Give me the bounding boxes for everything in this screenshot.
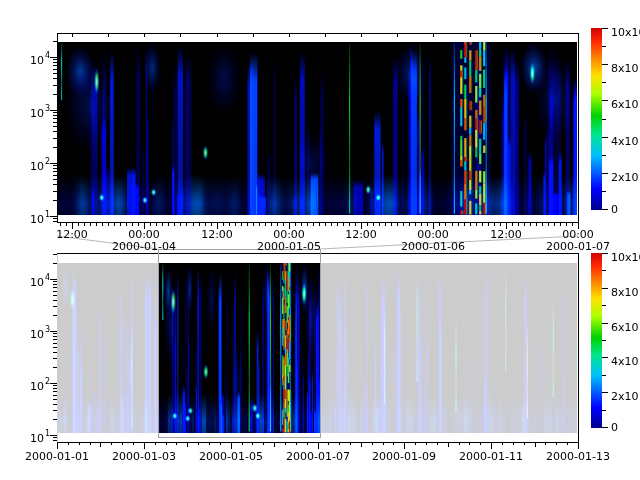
y-axis-minor-tick bbox=[53, 126, 57, 127]
x-axis-tick bbox=[307, 223, 308, 226]
y-axis-minor-tick bbox=[53, 73, 57, 74]
y-axis-major-tick bbox=[50, 216, 57, 217]
x-axis-tick bbox=[68, 443, 69, 445]
x-axis-tick-top bbox=[289, 34, 290, 37]
x-axis-tick bbox=[223, 223, 224, 226]
x-axis-tick bbox=[361, 443, 362, 447]
x-axis-tick bbox=[488, 223, 489, 226]
x-axis-tick bbox=[285, 443, 286, 445]
colorbar-tick bbox=[602, 191, 606, 192]
x-axis-tick bbox=[259, 223, 260, 226]
y-axis-minor-tick bbox=[53, 437, 57, 438]
x-axis-tick bbox=[319, 223, 320, 226]
x-tick-time-label: 12:00 bbox=[42, 228, 102, 241]
x-axis-tick bbox=[343, 223, 344, 226]
x-axis-tick bbox=[518, 223, 519, 226]
y-axis-minor-tick bbox=[53, 367, 57, 368]
x-axis-tick bbox=[126, 223, 127, 226]
x-axis-tick bbox=[211, 223, 212, 226]
y-axis-major-tick bbox=[50, 435, 57, 436]
y-axis-minor-tick bbox=[53, 168, 57, 169]
x-axis-tick bbox=[337, 223, 338, 226]
x-axis-tick bbox=[156, 223, 157, 226]
x-axis-tick bbox=[168, 223, 169, 226]
x-tick-date-label: 2000-01-06 bbox=[393, 240, 473, 253]
x-axis-tick bbox=[409, 223, 410, 226]
x-axis-tick bbox=[513, 443, 514, 445]
y-axis-minor-tick bbox=[53, 59, 57, 60]
x-axis-tick-top bbox=[253, 34, 254, 37]
x-axis-tick bbox=[111, 443, 112, 445]
x-axis-tick bbox=[313, 223, 314, 226]
x-axis-tick bbox=[205, 223, 206, 226]
x-axis-tick bbox=[229, 223, 230, 226]
y-axis-minor-tick bbox=[53, 115, 57, 116]
colorbar-tick bbox=[602, 375, 606, 376]
x-axis-tick bbox=[252, 443, 253, 445]
y-axis-minor-tick bbox=[53, 78, 57, 79]
y-axis-minor-tick bbox=[53, 419, 57, 420]
x-axis-tick bbox=[328, 443, 329, 445]
x-axis-tick bbox=[427, 223, 428, 226]
y-axis-minor-tick bbox=[53, 184, 57, 185]
colorbar-tick bbox=[602, 46, 606, 47]
x-tick-date-label: 2000-01-07 bbox=[538, 240, 618, 253]
colorbar-label: 0 bbox=[611, 203, 640, 216]
x-axis-tick bbox=[100, 443, 101, 447]
x-axis-tick bbox=[373, 223, 374, 226]
x-axis-tick bbox=[108, 223, 109, 226]
x-axis-tick bbox=[162, 223, 163, 226]
detail-colorbar bbox=[591, 28, 602, 210]
colorbar-tick bbox=[602, 82, 606, 83]
colorbar-label: 0 bbox=[611, 421, 640, 434]
x-axis-tick bbox=[482, 223, 483, 226]
x-axis-tick bbox=[176, 443, 177, 445]
x-axis-tick bbox=[133, 443, 134, 445]
colorbar-tick bbox=[602, 173, 608, 174]
x-axis-tick bbox=[235, 223, 236, 226]
x-axis-tick bbox=[535, 443, 536, 447]
colorbar-label: 4x107 bbox=[611, 131, 640, 144]
x-axis-tick bbox=[209, 443, 210, 445]
y-axis-minor-tick bbox=[53, 179, 57, 180]
x-tick-date-label: 2000-01-11 bbox=[451, 450, 531, 463]
x-axis-tick-top bbox=[72, 34, 73, 37]
x-axis-tick bbox=[120, 223, 121, 226]
x-axis-tick-top bbox=[397, 34, 398, 37]
colorbar-tick bbox=[602, 209, 608, 210]
x-axis-tick bbox=[96, 223, 97, 226]
y-axis-minor-tick bbox=[53, 131, 57, 132]
x-axis-tick bbox=[500, 223, 501, 226]
y-tick-label: 101 bbox=[19, 209, 50, 222]
y-axis-major-tick bbox=[50, 163, 57, 164]
x-axis-tick bbox=[439, 223, 440, 226]
x-axis-tick bbox=[180, 223, 181, 226]
x-axis-tick bbox=[231, 443, 232, 449]
x-axis-tick bbox=[90, 223, 91, 226]
x-axis-tick bbox=[383, 443, 384, 445]
colorbar-tick bbox=[602, 270, 606, 271]
x-axis-tick bbox=[57, 443, 58, 449]
overview-fade-left bbox=[57, 254, 158, 442]
x-axis-tick bbox=[331, 223, 332, 226]
x-tick-date-label: 2000-01-13 bbox=[538, 450, 618, 463]
x-axis-tick bbox=[122, 443, 123, 445]
x-axis-tick bbox=[452, 223, 453, 226]
y-axis-minor-tick bbox=[53, 284, 57, 285]
x-axis-tick bbox=[241, 223, 242, 226]
colorbar-tick bbox=[602, 410, 606, 411]
y-axis-minor-tick bbox=[53, 388, 57, 389]
colorbar-tick bbox=[602, 357, 608, 358]
x-axis-tick bbox=[415, 223, 416, 226]
x-axis-tick bbox=[307, 443, 308, 445]
selection-box[interactable] bbox=[158, 249, 321, 438]
y-axis-minor-tick bbox=[53, 263, 57, 264]
y-axis-minor-tick bbox=[53, 200, 57, 201]
y-axis-minor-tick bbox=[53, 333, 57, 334]
y-axis-minor-tick bbox=[53, 358, 57, 359]
x-axis-tick bbox=[491, 443, 492, 449]
x-axis-tick bbox=[372, 443, 373, 445]
x-axis-tick bbox=[437, 443, 438, 445]
y-axis-minor-tick bbox=[53, 254, 57, 255]
x-axis-tick bbox=[385, 223, 386, 226]
